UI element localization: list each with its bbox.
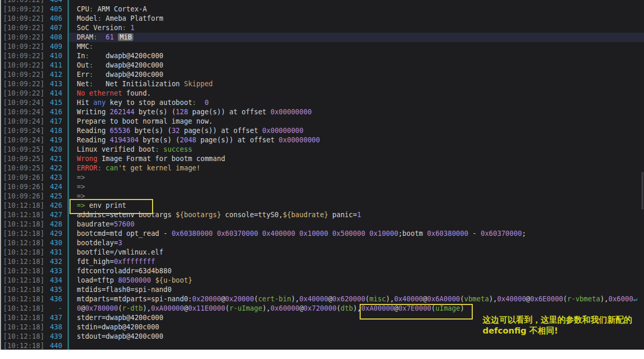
timestamp: [10:12:18] (3, 210, 44, 220)
timestamp: [10:09:22] (3, 23, 44, 33)
log-row[interactable]: [10:09:22]410In: dwapb@4200c000 (0, 51, 644, 61)
log-row[interactable]: [10:09:22]408DRAM: 61 MiB (0, 33, 644, 42)
timestamp: [10:09:25] (3, 154, 44, 164)
log-text: => (77, 192, 644, 201)
log-row[interactable]: [10:12:18]430bootdelay=3 (0, 238, 644, 248)
log-row[interactable]: [10:09:24]415Hit any key to stop autoboo… (0, 98, 644, 108)
log-row[interactable]: [10:09:25]422ERROR: can't get kernel ima… (0, 164, 644, 173)
log-text (77, 0, 644, 5)
line-number: 415 (43, 98, 62, 108)
log-row[interactable]: [10:09:22]407SoC Version: 1 (0, 23, 644, 33)
timestamp: [10:12:18] (3, 220, 44, 229)
log-row[interactable]: [10:12:18]440 (0, 341, 644, 350)
timestamp: [10:12:18] (3, 257, 44, 267)
scrollbar-thumb[interactable] (641, 172, 643, 209)
line-number: 411 (43, 61, 62, 70)
log-text: Prepare to boot normal image now. (77, 117, 644, 126)
timestamp: [10:12:18] (3, 304, 44, 313)
timestamp: [10:09:22] (3, 79, 44, 89)
timestamp: [10:09:22] (3, 33, 44, 42)
log-text: MMC: (77, 42, 644, 51)
log-text: SoC Version: 1 (77, 23, 644, 33)
timestamp: [10:09:24] (3, 136, 44, 145)
line-number: 412 (43, 70, 62, 79)
log-row[interactable]: [10:12:18]436mtdparts=mtdparts=spi-nand0… (0, 295, 644, 304)
timestamp: [10:12:18] (3, 341, 44, 350)
log-row[interactable]: [10:09:22]411Out: dwapb@4200c000 (0, 61, 644, 70)
line-number: - (43, 304, 62, 313)
log-viewer: [10:09:22]404[10:09:22]405CPU: ARM Corte… (0, 0, 644, 350)
timestamp: [10:12:18] (3, 276, 44, 285)
log-row[interactable]: [10:09:24]419Reading 4194304 byte(s) (20… (0, 136, 644, 145)
timestamp: [10:12:18] (3, 229, 44, 238)
screenshot-root: [10:09:22]404[10:09:22]405CPU: ARM Corte… (0, 0, 644, 359)
log-row[interactable]: [10:09:25]421Wrong Image Format for boot… (0, 154, 644, 164)
log-row[interactable]: [10:12:18]428baudrate=57600 (0, 220, 644, 229)
log-text: Reading 4194304 byte(s) (2048 page(s)) a… (77, 136, 644, 145)
line-number: 408 (43, 33, 62, 42)
log-row[interactable]: [10:09:26]423=> (0, 173, 644, 182)
log-row[interactable]: [10:09:22]404 (0, 0, 644, 5)
line-number: 422 (43, 164, 62, 173)
timestamp: [10:12:18] (3, 238, 44, 248)
log-row[interactable]: [10:09:22]413Net: Net Initialization Ski… (0, 79, 644, 89)
highlight-box-env-print (70, 199, 153, 214)
timestamp: [10:12:18] (3, 295, 44, 304)
log-row[interactable]: [10:12:18]431bootfile=/vmlinux.elf (0, 248, 644, 257)
log-text: fdtcontroladdr=63d4b880 (77, 267, 644, 276)
timestamp: [10:09:26] (3, 173, 44, 182)
log-row[interactable]: [10:09:22]406Model: Ameba Platform (0, 14, 644, 23)
line-number: 419 (43, 136, 62, 145)
log-row[interactable]: [10:12:18]434load=tftp 80500000 ${u-boot… (0, 276, 644, 285)
timestamp: [10:09:24] (3, 108, 44, 117)
line-number: 418 (43, 126, 62, 136)
log-row[interactable]: [10:09:25]420Linux verified boot: succes… (0, 145, 644, 154)
timestamp: [10:09:26] (3, 192, 44, 201)
timestamp: [10:12:18] (3, 313, 44, 323)
log-text: Linux verified boot: success (77, 145, 644, 154)
log-text: Hit any key to stop autoboot: 0 (77, 98, 644, 108)
log-text: bootdelay=3 (77, 238, 644, 248)
log-row[interactable]: [10:09:22]405CPU: ARM Cortex-A (0, 5, 644, 14)
log-row[interactable]: [10:09:24]416Writing 262144 byte(s) (128… (0, 108, 644, 117)
log-text: In: dwapb@4200c000 (77, 51, 644, 61)
log-text: mtdparts=mtdparts=spi-nand0:0x20000@0x20… (77, 295, 644, 304)
annotation-line2: defconfig 不相同! (483, 325, 632, 336)
log-row[interactable]: [10:12:18]432fdt_high=0xffffffff (0, 257, 644, 267)
line-number: 435 (43, 285, 62, 295)
line-number: 425 (43, 192, 62, 201)
log-row[interactable]: [10:12:18]433fdtcontroladdr=63d4b880 (0, 267, 644, 276)
log-text: bootcmd=mtd opt_read - 0x60380000 0x6037… (77, 229, 644, 238)
timestamp: [10:09:24] (3, 98, 44, 108)
timestamp: [10:09:22] (3, 5, 44, 14)
line-number: 436 (43, 295, 62, 304)
line-number: 433 (43, 267, 62, 276)
log-row[interactable]: [10:09:24]418Reading 65536 byte(s) (32 p… (0, 126, 644, 136)
log-row[interactable]: [10:09:22]414No ethernet found. (0, 89, 644, 98)
annotation-note: 这边可以看到，这里的参数和我们新配的 defconfig 不相同! (483, 314, 632, 336)
log-text: load=tftp 80500000 ${u-boot} (77, 276, 644, 285)
line-number: 430 (43, 238, 62, 248)
line-number: 409 (43, 42, 62, 51)
log-row[interactable]: [10:09:22]409MMC: (0, 42, 644, 51)
timestamp: [10:12:18] (3, 248, 44, 257)
timestamp: [10:09:26] (3, 182, 44, 192)
timestamp: [10:09:22] (3, 0, 44, 5)
line-number: 420 (43, 145, 62, 154)
line-number: 426 (43, 201, 62, 210)
log-row[interactable]: [10:12:18]-0@0x780000(r-dtb),0xA00000@0x… (0, 304, 644, 313)
log-rows[interactable]: [10:09:22]404[10:09:22]405CPU: ARM Corte… (0, 0, 644, 350)
timestamp: [10:09:22] (3, 61, 44, 70)
log-text: addmisc=setenv bootargs ${bootargs} cons… (77, 210, 644, 220)
line-number: 410 (43, 51, 62, 61)
log-row[interactable]: [10:09:24]417Prepare to boot normal imag… (0, 117, 644, 126)
line-number: 417 (43, 117, 62, 126)
log-text: Reading 65536 byte(s) (32 page(s)) at of… (77, 126, 644, 136)
log-text: Writing 262144 byte(s) (128 page(s)) at … (77, 108, 644, 117)
log-row[interactable]: [10:12:18]435mtdids=flash0=spi-nand0 (0, 285, 644, 295)
line-number: 428 (43, 220, 62, 229)
log-row[interactable]: [10:09:26]424=> (0, 182, 644, 192)
timestamp: [10:09:22] (3, 89, 44, 98)
log-row[interactable]: [10:12:18]429bootcmd=mtd opt_read - 0x60… (0, 229, 644, 238)
log-row[interactable]: [10:09:22]412Err: dwapb@4200c000 (0, 70, 644, 79)
